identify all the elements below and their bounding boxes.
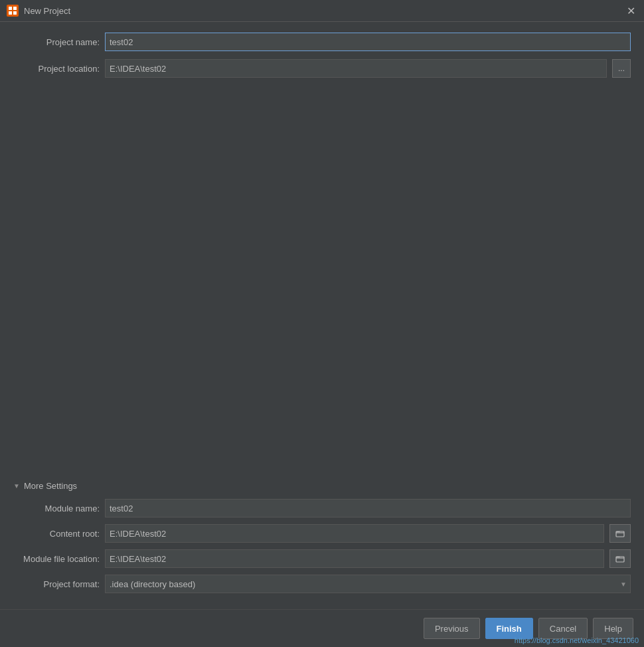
close-button[interactable]: ✕ — [624, 4, 637, 17]
module-file-location-browse-button[interactable] — [609, 549, 631, 568]
module-name-label: Module name: — [13, 504, 100, 513]
project-name-input[interactable] — [105, 33, 631, 51]
bottom-link-text: https://blog.csdn.net/weixin_43421060 — [515, 636, 639, 644]
previous-button[interactable]: Previous — [424, 618, 480, 639]
project-location-input[interactable] — [105, 59, 607, 78]
title-bar: New Project ✕ — [0, 0, 644, 22]
dialog-content: Project name: Project location: ... ▼ Mo… — [0, 22, 644, 609]
content-spacer — [13, 86, 631, 470]
content-root-row: Content root: — [13, 524, 631, 543]
module-file-location-row: Module file location: — [13, 549, 631, 568]
svg-rect-4 — [13, 11, 17, 15]
expand-arrow-icon: ▼ — [13, 482, 20, 490]
svg-rect-1 — [9, 7, 12, 10]
dialog-container: New Project ✕ Project name: Project loca… — [0, 0, 644, 647]
project-format-select-wrapper: .idea (directory based).ipr (file based)… — [105, 575, 631, 593]
dialog-title: New Project — [24, 6, 624, 16]
project-name-row: Project name: — [13, 33, 631, 51]
more-settings-body: Module name: Content root: — [13, 499, 631, 593]
content-root-input[interactable] — [105, 524, 604, 543]
module-name-input[interactable] — [105, 499, 631, 517]
project-format-row: Project format: .idea (directory based).… — [13, 575, 631, 593]
more-settings-label: More Settings — [24, 481, 77, 491]
svg-rect-0 — [7, 5, 19, 17]
app-icon — [7, 5, 19, 17]
project-format-select[interactable]: .idea (directory based).ipr (file based) — [105, 575, 631, 593]
svg-rect-3 — [9, 11, 12, 15]
svg-rect-6 — [616, 557, 624, 562]
content-root-browse-button[interactable] — [609, 524, 631, 543]
bottom-link[interactable]: https://blog.csdn.net/weixin_43421060 — [515, 636, 639, 644]
module-file-location-input[interactable] — [105, 549, 604, 568]
module-name-row: Module name: — [13, 499, 631, 517]
project-format-label: Project format: — [13, 579, 100, 589]
project-location-row: Project location: ... — [13, 59, 631, 78]
more-settings-header[interactable]: ▼ More Settings — [13, 478, 631, 494]
project-name-label: Project name: — [13, 37, 100, 47]
project-location-label: Project location: — [13, 64, 100, 74]
browse-button[interactable]: ... — [612, 59, 631, 78]
content-root-label: Content root: — [13, 529, 100, 539]
more-settings-section: ▼ More Settings Module name: Content roo… — [13, 478, 631, 593]
svg-rect-5 — [616, 531, 624, 537]
svg-rect-2 — [13, 7, 17, 10]
module-file-location-label: Module file location: — [13, 554, 100, 564]
